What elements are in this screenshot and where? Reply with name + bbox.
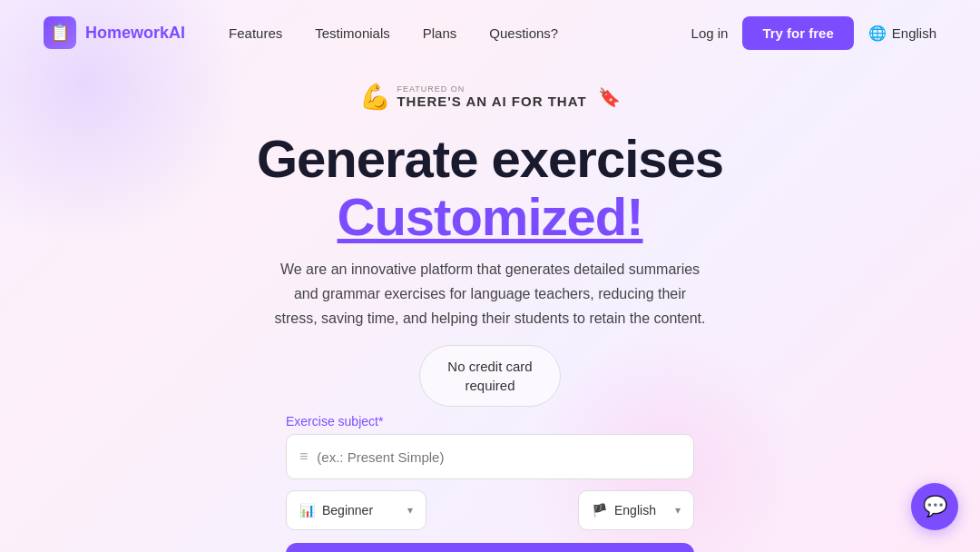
subject-input-wrapper: ≡ — [286, 434, 694, 479]
chart-icon: 📊 — [299, 503, 315, 518]
chevron-down-icon-lang: ▾ — [675, 504, 681, 517]
main-content: 💪 FEATURED ON THERE'S AN AI FOR THAT 🔖 G… — [0, 65, 980, 552]
form-row: 📊 Beginner Intermediate Advanced ▾ 🏴 Eng… — [286, 490, 694, 530]
nav-link-plans[interactable]: Plans — [423, 25, 457, 41]
chevron-down-icon: ▾ — [407, 504, 413, 517]
muscle-icon: 💪 — [359, 82, 391, 112]
nav-try-free-button[interactable]: Try for free — [742, 16, 853, 50]
exercise-form: Exercise subject* ≡ 📊 Beginner Intermedi… — [286, 414, 694, 552]
lang-select-wrapper[interactable]: 🏴 English Spanish French German ▾ — [578, 490, 694, 530]
bookmark-icon: 🔖 — [598, 86, 621, 108]
language-select[interactable]: English Spanish French German — [614, 503, 668, 518]
nav-link-testimonials[interactable]: Testimonials — [315, 25, 390, 41]
nav-link-questions[interactable]: Questions? — [489, 25, 558, 41]
featured-on-label: FEATURED ON — [397, 84, 586, 94]
flag-icon: 🏴 — [592, 503, 607, 518]
globe-icon: 🌐 — [868, 25, 887, 42]
featured-badge: 💪 FEATURED ON THERE'S AN AI FOR THAT 🔖 — [359, 82, 620, 112]
level-select-wrapper[interactable]: 📊 Beginner Intermediate Advanced ▾ — [286, 490, 426, 530]
language-label: English — [892, 25, 936, 41]
logo-text: HomeworkAI — [85, 24, 185, 43]
hero-title-line2: Customized! — [338, 188, 643, 246]
hero-description: We are an innovative platform that gener… — [272, 257, 708, 331]
chat-button[interactable]: 💬 — [911, 483, 958, 530]
logo[interactable]: 📋 HomeworkAI — [44, 16, 185, 49]
nav-right: Log in Try for free 🌐 English — [691, 16, 936, 50]
featured-badge-img: 💪 FEATURED ON THERE'S AN AI FOR THAT — [359, 82, 586, 112]
subject-input[interactable] — [317, 449, 681, 465]
exercise-subject-label: Exercise subject* — [286, 414, 694, 429]
nav-link-features[interactable]: Features — [229, 25, 282, 41]
level-select[interactable]: Beginner Intermediate Advanced — [322, 503, 400, 518]
lines-icon: ≡ — [299, 448, 308, 465]
logo-icon: 📋 — [44, 16, 76, 49]
navigation: 📋 HomeworkAI Features Testimonials Plans… — [0, 0, 980, 65]
main-try-free-button[interactable]: Try for free — [286, 543, 694, 552]
no-credit-card-badge: No credit card required — [419, 345, 560, 407]
nav-links: Features Testimonials Plans Questions? — [229, 25, 691, 41]
hero-title-line1: Generate exercises — [257, 130, 723, 188]
login-button[interactable]: Log in — [691, 25, 729, 41]
chat-icon: 💬 — [923, 495, 947, 518]
featured-text-block: FEATURED ON THERE'S AN AI FOR THAT — [397, 84, 586, 109]
language-selector[interactable]: 🌐 English — [868, 25, 936, 42]
featured-site-name: THERE'S AN AI FOR THAT — [397, 94, 586, 109]
